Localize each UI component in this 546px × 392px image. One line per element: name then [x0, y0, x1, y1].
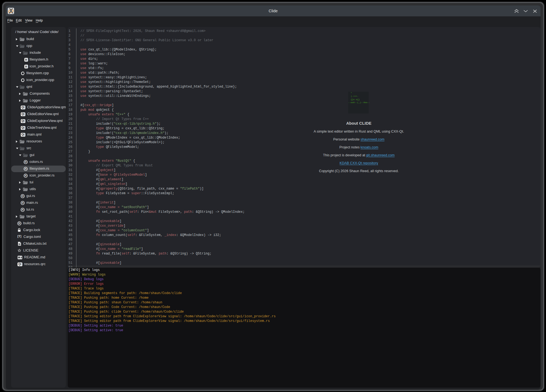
svg-text:R: R	[19, 222, 20, 225]
svg-text:R: R	[22, 194, 23, 198]
svg-text:R: R	[22, 208, 23, 211]
svg-text:R: R	[25, 160, 27, 163]
svg-text:R: R	[22, 201, 23, 204]
svg-text:R: R	[25, 174, 27, 177]
svg-text:R: R	[25, 167, 27, 170]
